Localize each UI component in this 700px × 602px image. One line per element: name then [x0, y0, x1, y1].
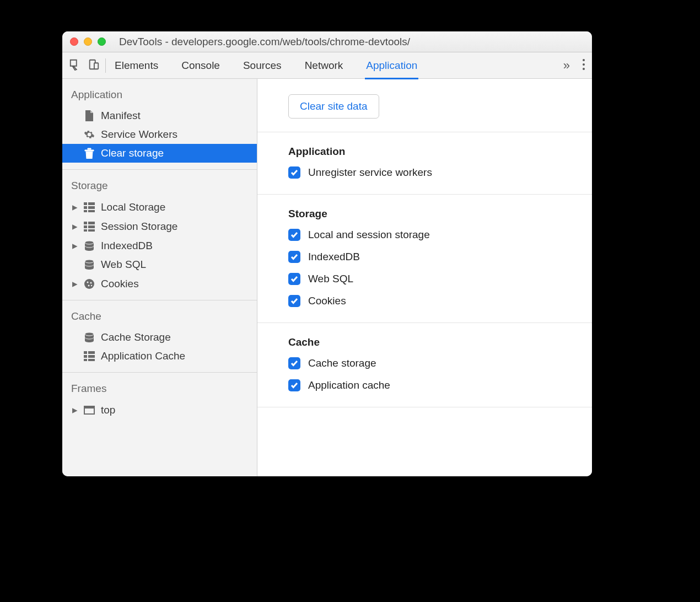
- trash-icon: [83, 147, 95, 159]
- menu-icon[interactable]: [582, 58, 585, 73]
- option-label: Unregister service workers: [308, 166, 432, 179]
- panel-body: ApplicationManifestService WorkersClear …: [62, 79, 592, 476]
- option-cache-storage[interactable]: Cache storage: [288, 357, 592, 369]
- svg-rect-5: [84, 202, 87, 205]
- tab-elements[interactable]: Elements: [114, 60, 159, 78]
- sidebar-item-label: Cookies: [101, 278, 139, 290]
- sidebar-item-local-storage[interactable]: ▸Local Storage: [62, 197, 257, 217]
- caret-right-icon[interactable]: ▸: [71, 277, 79, 290]
- checkbox-icon[interactable]: [288, 166, 300, 179]
- svg-rect-16: [88, 229, 95, 232]
- sidebar-group-title: Application: [62, 87, 257, 106]
- svg-rect-30: [84, 355, 87, 358]
- cookie-icon: [83, 278, 95, 290]
- db-icon: [83, 259, 95, 271]
- clear-site-data-section: Clear site data: [257, 79, 592, 132]
- option-label: Local and session storage: [308, 229, 430, 241]
- option-application-cache[interactable]: Application cache: [288, 379, 592, 391]
- tab-application[interactable]: Application: [365, 60, 418, 79]
- sidebar-item-web-sql[interactable]: Web SQL: [62, 255, 257, 274]
- checkbox-icon[interactable]: [288, 251, 300, 263]
- svg-point-24: [88, 284, 90, 286]
- svg-point-21: [84, 279, 94, 289]
- svg-rect-28: [84, 351, 87, 354]
- clear-site-data-button[interactable]: Clear site data: [288, 94, 379, 119]
- option-label: Cookies: [308, 295, 346, 307]
- zoom-window-button[interactable]: [98, 37, 106, 46]
- sidebar-item-clear-storage[interactable]: Clear storage: [62, 144, 257, 163]
- sidebar-item-indexeddb[interactable]: ▸IndexedDB: [62, 236, 257, 255]
- panel-tabs: ElementsConsoleSourcesNetworkApplication: [114, 56, 563, 76]
- svg-rect-29: [88, 351, 95, 354]
- sidebar-item-label: Clear storage: [101, 147, 164, 159]
- frame-icon: [83, 404, 95, 416]
- caret-right-icon[interactable]: ▸: [71, 201, 79, 213]
- sidebar-item-label: Service Workers: [101, 128, 177, 141]
- option-local-and-session-storage[interactable]: Local and session storage: [288, 229, 592, 241]
- sidebar-item-label: Session Storage: [101, 221, 177, 233]
- application-sidebar: ApplicationManifestService WorkersClear …: [62, 79, 257, 476]
- option-unregister-service-workers[interactable]: Unregister service workers: [288, 166, 592, 179]
- caret-right-icon[interactable]: ▸: [71, 404, 79, 416]
- svg-rect-32: [84, 359, 87, 361]
- svg-point-25: [91, 284, 92, 286]
- svg-point-3: [583, 63, 585, 66]
- section-title: Cache: [288, 336, 592, 348]
- tab-sources[interactable]: Sources: [242, 60, 283, 78]
- sidebar-item-session-storage[interactable]: ▸Session Storage: [62, 217, 257, 236]
- section-title: Storage: [288, 208, 592, 220]
- grid-icon: [83, 350, 95, 362]
- svg-rect-11: [84, 222, 87, 224]
- svg-point-4: [583, 68, 585, 70]
- checkbox-icon[interactable]: [288, 357, 300, 369]
- devtools-toolbar: ElementsConsoleSourcesNetworkApplication…: [62, 52, 592, 79]
- checkbox-icon[interactable]: [288, 229, 300, 241]
- sidebar-item-service-workers[interactable]: Service Workers: [62, 125, 257, 144]
- inspect-element-icon[interactable]: [69, 58, 81, 73]
- sidebar-item-label: top: [101, 404, 115, 416]
- option-label: IndexedDB: [308, 251, 360, 263]
- sidebar-group-title: Storage: [62, 178, 257, 197]
- tab-network[interactable]: Network: [304, 60, 344, 78]
- section-storage: StorageLocal and session storageIndexedD…: [257, 195, 592, 323]
- sidebar-item-cookies[interactable]: ▸Cookies: [62, 274, 257, 293]
- devtools-window: DevTools - developers.google.com/web/too…: [62, 31, 592, 476]
- option-indexeddb[interactable]: IndexedDB: [288, 251, 592, 263]
- caret-right-icon[interactable]: ▸: [71, 220, 79, 233]
- sidebar-item-cache-storage[interactable]: Cache Storage: [62, 328, 257, 347]
- window-title: DevTools - developers.google.com/web/too…: [119, 36, 410, 48]
- sidebar-group-cache: CacheCache StorageApplication Cache: [62, 300, 257, 373]
- device-toggle-icon[interactable]: [88, 58, 100, 73]
- close-window-button[interactable]: [70, 37, 78, 46]
- section-cache: CacheCache storageApplication cache: [257, 323, 592, 407]
- db-icon: [83, 240, 95, 252]
- svg-rect-8: [88, 206, 95, 209]
- sidebar-item-manifest[interactable]: Manifest: [62, 106, 257, 125]
- toolbar-left-icons: [69, 58, 100, 73]
- checkbox-icon[interactable]: [288, 273, 300, 285]
- option-web-sql[interactable]: Web SQL: [288, 273, 592, 285]
- more-tabs-icon[interactable]: »: [563, 58, 570, 73]
- sidebar-item-label: Cache Storage: [101, 331, 171, 343]
- minimize-window-button[interactable]: [84, 37, 92, 46]
- svg-rect-12: [88, 222, 95, 224]
- gear-icon: [83, 128, 95, 141]
- svg-rect-31: [88, 355, 95, 358]
- svg-rect-35: [84, 406, 94, 409]
- svg-rect-13: [84, 225, 87, 228]
- sidebar-item-application-cache[interactable]: Application Cache: [62, 347, 257, 366]
- svg-rect-9: [84, 210, 87, 212]
- checkbox-icon[interactable]: [288, 295, 300, 307]
- checkbox-icon[interactable]: [288, 379, 300, 391]
- section-application: ApplicationUnregister service workers: [257, 132, 592, 195]
- option-cookies[interactable]: Cookies: [288, 295, 592, 307]
- option-label: Cache storage: [308, 357, 376, 369]
- sidebar-item-top[interactable]: ▸top: [62, 400, 257, 420]
- svg-rect-33: [88, 359, 95, 361]
- svg-rect-10: [88, 210, 95, 212]
- svg-rect-6: [88, 202, 95, 205]
- tab-console[interactable]: Console: [180, 60, 221, 78]
- caret-right-icon[interactable]: ▸: [71, 239, 79, 252]
- svg-rect-1: [94, 63, 98, 69]
- sidebar-item-label: IndexedDB: [101, 240, 153, 252]
